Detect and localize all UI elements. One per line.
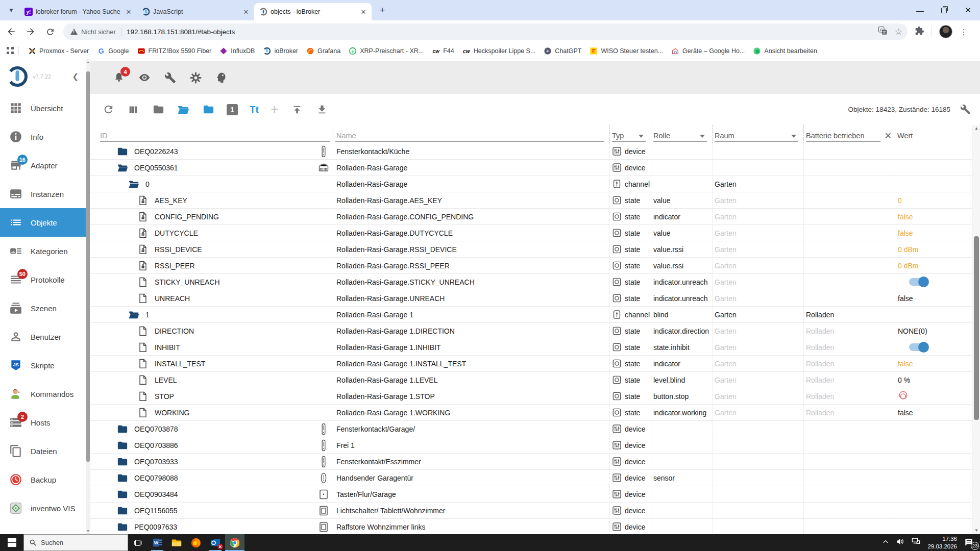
network-icon[interactable] (911, 537, 921, 548)
scrollbar-thumb[interactable] (86, 71, 90, 462)
table-row[interactable]: WORKINGRolladen-Rasi-Garage 1.WORKINGsta… (90, 405, 972, 421)
sidebar-item-skripte[interactable]: JSSkripte (0, 351, 86, 380)
sidebar-item-inventwo-vis[interactable]: inventwo VIS (0, 494, 86, 522)
table-row[interactable]: STOPRolladen-Rasi-Garage 1.STOPstatebutt… (90, 388, 972, 405)
expand-level-folder-icon[interactable] (202, 103, 215, 116)
table-row[interactable]: CONFIG_PENDINGRolladen-Rasi-Garage.CONFI… (90, 209, 972, 225)
address-bar[interactable]: Nicht sicher 192.168.178.151:8081/#tab-o… (63, 23, 908, 40)
object-value[interactable] (895, 339, 972, 355)
filter-funktion[interactable]: Batterie betrieben✕ (803, 125, 895, 143)
taskbar-word-icon[interactable]: W (148, 534, 167, 551)
table-row[interactable]: INHIBITRolladen-Rasi-Garage 1.INHIBITsta… (90, 339, 972, 356)
reload-button[interactable] (42, 23, 58, 40)
bookmark-item[interactable]: WISO Steuer testen... (585, 45, 667, 57)
expand-depth-one-icon[interactable]: 1 (227, 104, 238, 115)
file-icon[interactable] (137, 391, 149, 402)
sidebar-item-kategorien[interactable]: Kategorien (0, 237, 86, 265)
object-value[interactable]: false (895, 356, 972, 371)
file-lock-icon[interactable] (137, 244, 149, 255)
back-button[interactable] (3, 23, 19, 40)
file-icon[interactable] (137, 277, 149, 288)
folder-icon[interactable] (117, 521, 128, 533)
sidebar-item-szenen[interactable]: Szenen (0, 294, 86, 322)
object-value[interactable] (895, 274, 972, 290)
sidebar-item-kommandos[interactable]: Kommandos (0, 380, 86, 408)
filter-rolle[interactable]: Rolle (651, 125, 712, 143)
browser-tab-active[interactable]: objects - ioBroker ✕ (254, 3, 372, 20)
bookmark-item[interactable]: ioBroker (259, 45, 302, 57)
columns-icon[interactable] (127, 103, 140, 116)
table-row[interactable]: DIRECTIONRolladen-Rasi-Garage 1.DIRECTIO… (90, 323, 972, 339)
object-value[interactable] (895, 421, 972, 437)
table-row[interactable]: OEQ0703933Fensterkontakt/Esszimmerdevice (90, 454, 972, 470)
bookmark-item[interactable]: ✳ChatGPT (540, 45, 585, 57)
expert-mode-icon[interactable] (214, 70, 228, 85)
filter-id[interactable]: ID (90, 125, 333, 143)
folder-icon[interactable] (117, 456, 128, 467)
file-lock-icon[interactable] (137, 228, 149, 239)
bookmark-item[interactable]: cwHeckspoiler Lippe S... (458, 45, 540, 57)
clear-filter-icon[interactable]: ✕ (885, 132, 892, 140)
bookmark-item[interactable]: Ansicht bearbeiten (749, 45, 821, 57)
file-icon[interactable] (137, 358, 149, 369)
table-row[interactable]: LEVELRolladen-Rasi-Garage 1.LEVELstatele… (90, 372, 972, 388)
extensions-puzzle-icon[interactable] (915, 26, 924, 38)
folder-icon[interactable] (117, 440, 128, 451)
table-row[interactable]: OEQ0226243Fensterkontackt/Küchedevice (90, 143, 972, 160)
object-value[interactable] (895, 454, 972, 469)
object-value[interactable]: 0 % (895, 372, 972, 388)
taskbar-outlook-icon[interactable] (206, 534, 225, 551)
object-value[interactable] (895, 176, 972, 192)
table-row[interactable]: OEQ1156055Lichtschalter/ Tablett/Wohnzim… (90, 503, 972, 519)
table-row[interactable]: INSTALL_TESTRolladen-Rasi-Garage 1.INSTA… (90, 356, 972, 372)
import-upload-icon[interactable] (290, 103, 304, 116)
toggle-on-switch[interactable] (909, 278, 927, 286)
bookmark-item[interactable]: Geräte – Google Ho... (667, 45, 749, 57)
sidebar-item-benutzer[interactable]: Benutzer (0, 322, 86, 351)
minimize-button[interactable]: — (908, 0, 932, 20)
chevron-down-icon[interactable] (791, 135, 796, 138)
notifications-bell-icon[interactable]: 4 (112, 70, 126, 85)
folder-open-icon[interactable] (128, 309, 139, 320)
file-lock-icon[interactable] (137, 260, 149, 271)
bookmark-item[interactable]: Grafana (302, 45, 345, 57)
folder-icon[interactable] (117, 505, 128, 516)
export-download-icon[interactable] (315, 103, 329, 116)
table-row[interactable]: RSSI_PEERRolladen-Rasi-Garage.RSSI_PEERs… (90, 258, 972, 274)
folder-icon[interactable] (117, 423, 128, 435)
sidebar-item--bersicht[interactable]: Übersicht (0, 94, 86, 122)
scroll-up-arrow[interactable]: ▲ (972, 125, 980, 132)
object-value[interactable] (895, 388, 972, 404)
bookmark-item[interactable]: GGoogle (93, 45, 133, 57)
chevron-down-icon[interactable] (700, 135, 705, 138)
settings-wrench-icon[interactable] (959, 103, 972, 116)
object-value[interactable] (895, 307, 972, 322)
taskbar-clock[interactable]: 17:36 29.03.2026 (927, 535, 957, 550)
table-row[interactable]: DUTYCYCLERolladen-Rasi-Garage.DUTYCYCLEs… (90, 225, 972, 241)
tab-close-icon[interactable]: ✕ (242, 8, 250, 16)
file-icon[interactable] (137, 293, 149, 304)
taskbar-search-input[interactable]: Suchen (23, 534, 128, 551)
folder-icon[interactable] (117, 472, 128, 484)
taskbar-firefox-icon[interactable] (186, 534, 206, 551)
apps-grid-icon[interactable] (6, 46, 14, 56)
scroll-up-arrow[interactable]: ▲ (86, 59, 90, 65)
table-row[interactable]: OEQ0703878Fensterkontackt/Garage/device (90, 421, 972, 437)
url-text[interactable]: 192.168.178.151:8081/#tab-objects (127, 28, 874, 36)
translate-icon[interactable]: G文 (878, 26, 888, 38)
filter-typ[interactable]: Typ (609, 125, 651, 143)
tab-search-chevron-icon[interactable]: ▼ (4, 3, 18, 17)
action-center-icon[interactable]: 23 (964, 537, 977, 548)
close-button[interactable]: ✕ (956, 0, 980, 20)
sidebar-item-backup[interactable]: Backup (0, 465, 86, 494)
wrench-icon[interactable] (163, 70, 177, 85)
object-value[interactable]: false (895, 209, 972, 224)
object-value[interactable] (895, 160, 972, 176)
sidebar-item-info[interactable]: Info (0, 122, 86, 151)
sidebar-item-adapter[interactable]: 16Adapter (0, 151, 86, 180)
object-value[interactable]: NONE(0) (895, 323, 972, 339)
scrollbar-thumb[interactable] (974, 236, 979, 420)
file-icon[interactable] (137, 407, 149, 418)
bookmark-item[interactable]: Proxmox - Server (24, 45, 93, 57)
tab-close-icon[interactable]: ✕ (125, 8, 133, 16)
